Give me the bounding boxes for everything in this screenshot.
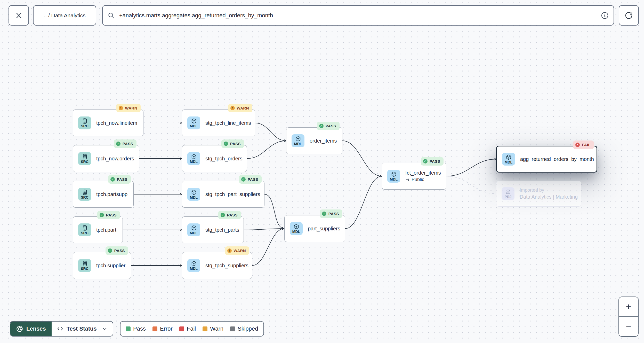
node-label: Imported by bbox=[520, 188, 578, 193]
edge bbox=[252, 229, 284, 266]
legend-label: Error bbox=[160, 325, 173, 332]
status-badge-warn: !WARN bbox=[116, 104, 141, 112]
cube-icon bbox=[191, 154, 197, 160]
status-badge-pass: ✓PASS bbox=[221, 139, 244, 148]
node-tpch_now_lineitem[interactable]: SRCtpch_now.lineitem!WARN bbox=[73, 110, 143, 136]
legend-swatch bbox=[126, 326, 131, 331]
legend-swatch bbox=[179, 326, 184, 331]
node-tpch_partsupp[interactable]: SRCtpch.partsupp✓PASS bbox=[73, 181, 134, 208]
node-stg_tpch_orders[interactable]: MDLstg_tpch_orders✓PASS bbox=[182, 145, 247, 172]
status-badge-fail: ✕FAIL bbox=[573, 141, 594, 149]
cube-icon bbox=[191, 118, 197, 124]
status-dot: ✓ bbox=[100, 213, 104, 217]
status-dot: ! bbox=[119, 106, 123, 110]
node-label: tpch.part bbox=[96, 227, 116, 233]
lenses-label: Lenses bbox=[26, 325, 46, 332]
edge bbox=[255, 123, 286, 141]
node-type-badge: MDL bbox=[292, 134, 304, 147]
node-sublabel: Data Analytics | Marketing bbox=[520, 194, 578, 200]
node-imported_project[interactable]: PRJImported byData Analytics | Marketing bbox=[496, 181, 581, 207]
node-stg_tpch_parts[interactable]: MDLstg_tpch_parts✓PASS bbox=[182, 216, 244, 243]
database-icon bbox=[82, 118, 88, 124]
status-dot: ✓ bbox=[319, 124, 324, 128]
legend-swatch bbox=[152, 326, 157, 331]
status-badge-pass: ✓PASS bbox=[317, 122, 340, 130]
node-label: tpch.partsupp bbox=[96, 191, 127, 197]
node-label: fct_order_items bbox=[405, 170, 441, 176]
status-dot: ✓ bbox=[116, 142, 120, 146]
edge bbox=[446, 159, 496, 176]
status-badge-pass: ✓PASS bbox=[97, 211, 120, 219]
node-type-badge: MDL bbox=[187, 116, 200, 129]
code-icon bbox=[57, 325, 63, 332]
status-dot: ✓ bbox=[423, 159, 428, 163]
node-stg_tpch_line_items[interactable]: MDLstg_tpch_line_items!WARN bbox=[182, 110, 255, 136]
node-type-badge: PRJ bbox=[502, 187, 514, 200]
node-label: tpch_now.orders bbox=[96, 156, 134, 162]
legend-swatch bbox=[203, 326, 207, 331]
legend-label: Pass bbox=[133, 325, 146, 332]
cube-icon bbox=[391, 171, 397, 177]
node-type-badge: SRC bbox=[78, 188, 91, 201]
cube-icon bbox=[295, 136, 301, 142]
lens-selector-label: Test Status bbox=[67, 325, 97, 332]
cube-icon bbox=[293, 224, 299, 230]
node-label: stg_tpch_line_items bbox=[205, 120, 251, 126]
node-label: order_items bbox=[310, 138, 337, 144]
database-icon bbox=[82, 189, 88, 195]
node-label: stg_tpch_part_suppliers bbox=[205, 191, 260, 197]
legend-swatch bbox=[230, 326, 235, 331]
zoom-out-button[interactable]: − bbox=[619, 316, 638, 336]
edge bbox=[247, 141, 286, 159]
legend-item-error: Error bbox=[152, 325, 173, 332]
lock-open-icon bbox=[405, 177, 410, 182]
legend-item-fail: Fail bbox=[179, 325, 196, 332]
edge bbox=[244, 229, 284, 230]
chevron-down-icon bbox=[102, 326, 108, 332]
legend-label: Skipped bbox=[238, 325, 258, 332]
lens-pill: Lenses Test Status bbox=[10, 321, 113, 337]
node-label: stg_tpch_suppliers bbox=[205, 263, 248, 269]
status-dot: ✓ bbox=[108, 248, 112, 253]
status-dot: ✓ bbox=[224, 142, 228, 146]
aperture-icon bbox=[16, 325, 23, 332]
zoom-controls: + − bbox=[618, 297, 639, 337]
node-tpch_part[interactable]: SRCtpch.part✓PASS bbox=[73, 216, 123, 243]
node-type-badge: MDL bbox=[290, 222, 303, 235]
status-dot: ! bbox=[230, 106, 235, 110]
cube-icon bbox=[506, 154, 512, 160]
legend-item-pass: Pass bbox=[126, 325, 146, 332]
node-type-badge: SRC bbox=[78, 116, 91, 129]
status-dot: ✓ bbox=[110, 177, 115, 182]
status-dot: ✕ bbox=[575, 143, 580, 147]
cube-icon bbox=[191, 261, 197, 267]
lenses-button[interactable]: Lenses bbox=[10, 322, 52, 336]
database-icon bbox=[82, 154, 88, 160]
edge-dashed bbox=[446, 176, 496, 194]
node-label: agg_returned_orders_by_month bbox=[520, 156, 594, 162]
node-tpch_supplier[interactable]: SRCtpch.supplier✓PASS bbox=[73, 252, 131, 279]
node-stg_tpch_suppliers[interactable]: MDLstg_tpch_suppliers!WARN bbox=[182, 252, 252, 279]
zoom-in-button[interactable]: + bbox=[619, 297, 638, 316]
status-badge-pass: ✓PASS bbox=[108, 175, 131, 184]
node-type-badge: MDL bbox=[187, 152, 200, 165]
node-fct_order_items[interactable]: MDLfct_order_itemsPublic✓PASS bbox=[382, 163, 446, 190]
node-agg_returned_orders_by_month[interactable]: MDLagg_returned_orders_by_month✕FAIL bbox=[496, 146, 597, 173]
lens-selector[interactable]: Test Status bbox=[52, 322, 113, 336]
database-icon bbox=[82, 225, 88, 231]
legend-label: Warn bbox=[210, 325, 223, 332]
project-icon bbox=[505, 189, 511, 195]
node-part_suppliers[interactable]: MDLpart_suppliers✓PASS bbox=[284, 215, 345, 242]
node-tpch_now_orders[interactable]: SRCtpch_now.orders✓PASS bbox=[73, 145, 139, 172]
status-badge-warn: !WARN bbox=[228, 104, 252, 112]
status-dot: ✓ bbox=[322, 212, 326, 216]
node-type-badge: MDL bbox=[187, 223, 200, 236]
node-type-badge: SRC bbox=[78, 259, 91, 272]
cube-icon bbox=[191, 225, 197, 231]
status-dot: ✓ bbox=[241, 177, 246, 182]
cube-icon bbox=[191, 189, 197, 195]
node-label: stg_tpch_orders bbox=[205, 156, 242, 162]
node-label: tpch_now.lineitem bbox=[96, 120, 137, 126]
node-stg_tpch_part_suppliers[interactable]: MDLstg_tpch_part_suppliers✓PASS bbox=[182, 181, 264, 208]
node-order_items[interactable]: MDLorder_items✓PASS bbox=[286, 127, 342, 154]
